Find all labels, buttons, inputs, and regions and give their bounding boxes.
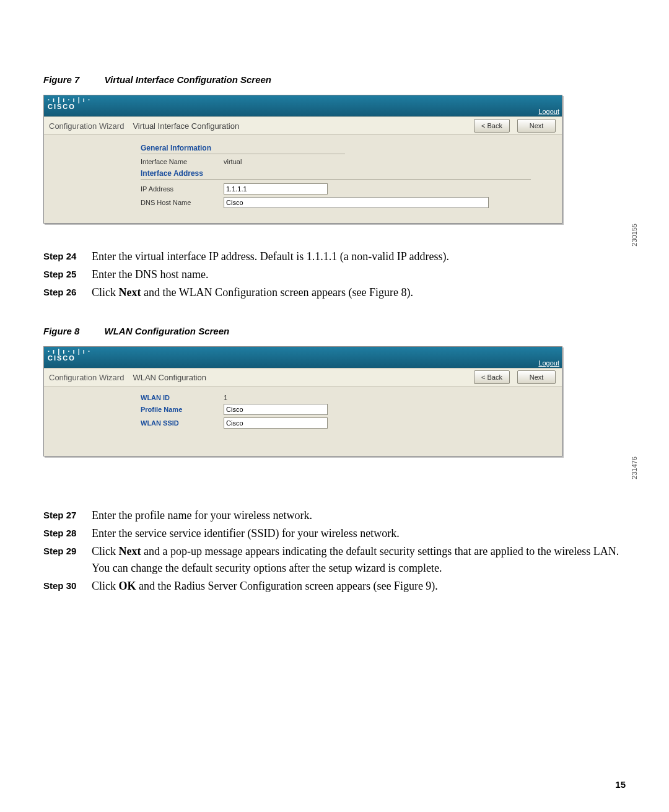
step-row: Step 30Click OK and the Radius Server Co… — [43, 578, 626, 595]
step-row: Step 28Enter the service service identif… — [43, 525, 626, 542]
figure8-title: WLAN Configuration Screen — [105, 326, 230, 336]
page-title: Virtual Interface Configuration — [133, 121, 239, 131]
cisco-logo: · ı | ı · ı | ı · CISCO — [48, 348, 90, 362]
figure7-label: Figure 7 — [43, 74, 79, 85]
figure7-caption: Figure 7 Virtual Interface Configuration… — [43, 74, 626, 85]
interface-address-heading: Interface Address — [141, 169, 557, 178]
back-button[interactable]: < Back — [474, 119, 510, 133]
steps-block-b: Step 27Enter the profile name for your w… — [43, 507, 626, 595]
step-text: Click Next and the WLAN Configuration sc… — [92, 284, 626, 301]
figure8-caption: Figure 8 WLAN Configuration Screen — [43, 326, 626, 336]
profile-name-label: Profile Name — [141, 406, 224, 413]
interface-name-value: virtual — [224, 158, 242, 165]
interface-name-label: Interface Name — [141, 158, 224, 165]
ip-address-input[interactable] — [224, 183, 328, 194]
subheader-bar: Configuration Wizard Virtual Interface C… — [44, 116, 562, 135]
breadcrumb: Configuration Wizard — [49, 373, 124, 382]
cisco-logo: · ı | ı · ı | ı · CISCO — [48, 97, 90, 110]
next-button[interactable]: Next — [517, 370, 556, 384]
step-row: Step 25Enter the DNS host name. — [43, 266, 626, 283]
page-number: 15 — [615, 779, 626, 790]
breadcrumb: Configuration Wizard — [49, 121, 124, 131]
page-title: WLAN Configuration — [133, 373, 206, 382]
wlan-id-value: 1 — [224, 394, 227, 401]
step-text: Enter the service service identifier (SS… — [92, 525, 626, 542]
figure7-image-id: 230155 — [631, 224, 638, 247]
figure8-label: Figure 8 — [43, 326, 79, 336]
cisco-header-bar: · ı | ı · ı | ı · CISCO Logout — [44, 347, 562, 368]
wlan-ssid-input[interactable] — [224, 417, 328, 429]
figure7-title: Virtual Interface Configuration Screen — [105, 74, 272, 85]
step-tag: Step 27 — [43, 507, 92, 524]
cisco-header-bar: · ı | ı · ı | ı · CISCO Logout — [44, 95, 562, 116]
step-row: Step 24Enter the virtual interface IP ad… — [43, 248, 626, 265]
figure7-screenshot: · ı | ı · ı | ı · CISCO Logout Configura… — [43, 95, 626, 224]
subheader-bar: Configuration Wizard WLAN Configuration … — [44, 368, 562, 386]
ip-address-label: IP Address — [141, 185, 224, 193]
step-text: Enter the virtual interface IP address. … — [92, 248, 626, 265]
step-row: Step 26Click Next and the WLAN Configura… — [43, 284, 626, 301]
step-text: Click OK and the Radius Server Configura… — [92, 578, 626, 595]
dns-host-name-label: DNS Host Name — [141, 199, 224, 206]
step-tag: Step 26 — [43, 284, 92, 301]
wlan-ssid-label: WLAN SSID — [141, 419, 224, 427]
wlan-id-label: WLAN ID — [141, 394, 224, 401]
step-row: Step 27Enter the profile name for your w… — [43, 507, 626, 524]
step-tag: Step 28 — [43, 525, 92, 542]
figure8-screenshot: · ı | ı · ı | ı · CISCO Logout Configura… — [43, 346, 626, 456]
step-text: Enter the profile name for your wireless… — [92, 507, 626, 524]
logout-link[interactable]: Logout — [538, 359, 559, 367]
step-tag: Step 24 — [43, 248, 92, 265]
step-tag: Step 29 — [43, 543, 92, 577]
dns-host-name-input[interactable] — [224, 197, 489, 208]
profile-name-input[interactable] — [224, 404, 328, 415]
steps-block-a: Step 24Enter the virtual interface IP ad… — [43, 248, 626, 301]
logout-link[interactable]: Logout — [538, 108, 559, 115]
next-button[interactable]: Next — [517, 119, 556, 133]
general-info-heading: General Information — [141, 144, 557, 152]
step-tag: Step 30 — [43, 578, 92, 595]
figure8-image-id: 231476 — [631, 456, 638, 479]
step-row: Step 29Click Next and a pop-up message a… — [43, 543, 626, 577]
step-text: Enter the DNS host name. — [92, 266, 626, 283]
step-text: Click Next and a pop-up message appears … — [92, 543, 626, 577]
step-tag: Step 25 — [43, 266, 92, 283]
back-button[interactable]: < Back — [474, 370, 510, 384]
